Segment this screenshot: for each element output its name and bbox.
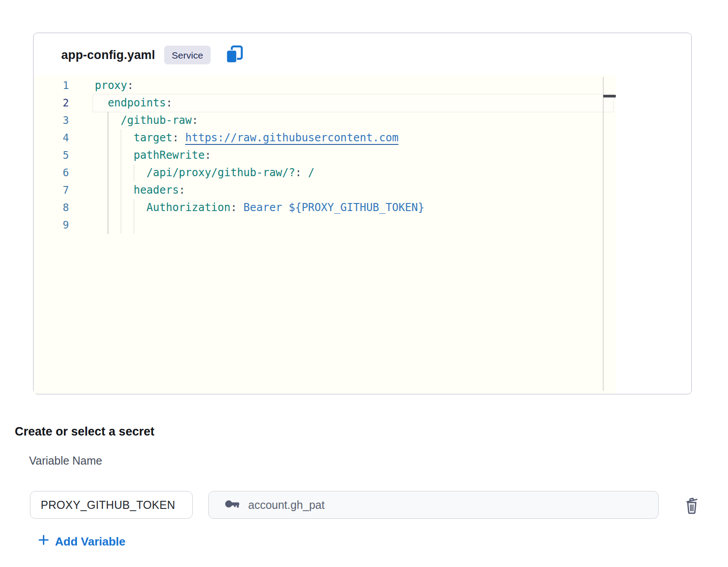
indent-guide <box>134 216 135 234</box>
code-text[interactable] <box>72 216 95 234</box>
line-number: 3 <box>34 112 72 129</box>
line-number: 1 <box>34 77 72 94</box>
code-token-punc: : <box>166 97 172 109</box>
code-line-2[interactable]: 2 endpoints: <box>34 94 616 112</box>
code-line-3[interactable]: 3 /github-raw: <box>34 112 616 129</box>
editor-scrollbar-track[interactable] <box>603 77 604 391</box>
code-text[interactable]: endpoints: <box>72 94 172 112</box>
code-token-punc: : <box>230 201 243 214</box>
variable-name-label: Variable Name <box>29 454 102 467</box>
secret-select[interactable]: account.gh_pat <box>208 491 659 519</box>
yaml-code-editor[interactable]: 1proxy:2 endpoints:3 /github-raw:4 targe… <box>34 75 616 394</box>
line-number: 7 <box>34 182 72 199</box>
plus-icon <box>38 534 50 549</box>
code-line-5[interactable]: 5 pathRewrite: <box>34 147 616 164</box>
file-name: app-config.yaml <box>61 48 155 62</box>
code-text[interactable]: pathRewrite: <box>72 147 211 164</box>
code-token-key: headers <box>134 184 179 196</box>
service-badge: Service <box>164 46 211 64</box>
section-title: Create or select a secret <box>15 425 154 439</box>
code-hyperlink[interactable]: https://raw.githubusercontent.com <box>185 131 398 145</box>
code-line-7[interactable]: 7 headers: <box>34 182 616 199</box>
code-text[interactable]: proxy: <box>72 77 134 94</box>
indent-guide <box>108 216 109 234</box>
code-text[interactable]: /github-raw: <box>72 112 198 129</box>
editor-header: app-config.yaml Service <box>61 45 244 65</box>
editor-scrollbar-marker[interactable] <box>603 95 616 97</box>
indent-guide <box>121 216 122 234</box>
code-token-key: / <box>301 166 314 179</box>
code-token-key: /github-raw <box>121 114 192 127</box>
key-icon <box>224 496 240 514</box>
code-token-key: /api/proxy/github-raw/? <box>147 166 295 179</box>
code-line-9[interactable]: 9 <box>34 216 616 234</box>
code-text[interactable]: /api/proxy/github-raw/?: / <box>72 164 314 182</box>
config-editor-card: app-config.yaml Service 1proxy:2 endpoin… <box>33 33 692 394</box>
code-token-punc: : <box>172 131 185 144</box>
trash-icon <box>682 494 701 516</box>
line-number: 9 <box>34 216 72 234</box>
code-token-key: proxy <box>95 79 127 92</box>
add-variable-label: Add Variable <box>55 535 126 549</box>
code-text[interactable]: target: https://raw.githubusercontent.co… <box>72 129 398 147</box>
code-token-key: pathRewrite <box>134 149 205 161</box>
code-token-key: Authorization <box>147 201 231 214</box>
code-token-punc: : <box>179 184 185 196</box>
code-line-6[interactable]: 6 /api/proxy/github-raw/?: / <box>34 164 616 182</box>
code-line-4[interactable]: 4 target: https://raw.githubusercontent.… <box>34 129 616 147</box>
code-token-punc: : <box>127 79 133 92</box>
delete-variable-button[interactable] <box>681 494 702 516</box>
code-token-punc: : <box>205 149 211 161</box>
code-text[interactable]: Authorization: Bearer ${PROXY_GITHUB_TOK… <box>72 199 424 216</box>
line-number: 2 <box>34 94 72 112</box>
code-token-punc: : <box>295 166 301 179</box>
code-token-value: Bearer ${PROXY_GITHUB_TOKEN} <box>243 201 424 214</box>
secret-select-value: account.gh_pat <box>248 499 325 512</box>
copy-button[interactable] <box>225 45 244 65</box>
code-lines[interactable]: 1proxy:2 endpoints:3 /github-raw:4 targe… <box>34 75 616 234</box>
code-token-punc: : <box>192 114 198 127</box>
variable-name-input[interactable] <box>30 491 193 519</box>
line-number: 5 <box>34 147 72 164</box>
line-number: 6 <box>34 164 72 182</box>
code-line-8[interactable]: 8 Authorization: Bearer ${PROXY_GITHUB_T… <box>34 199 616 216</box>
line-number: 4 <box>34 129 72 147</box>
code-line-1[interactable]: 1proxy: <box>34 77 616 94</box>
code-text[interactable]: headers: <box>72 182 185 199</box>
copy-icon <box>225 45 243 65</box>
code-token-key: endpoints <box>108 97 166 109</box>
add-variable-button[interactable]: Add Variable <box>38 534 126 549</box>
line-number: 8 <box>34 199 72 216</box>
code-token-key: target <box>134 131 173 144</box>
